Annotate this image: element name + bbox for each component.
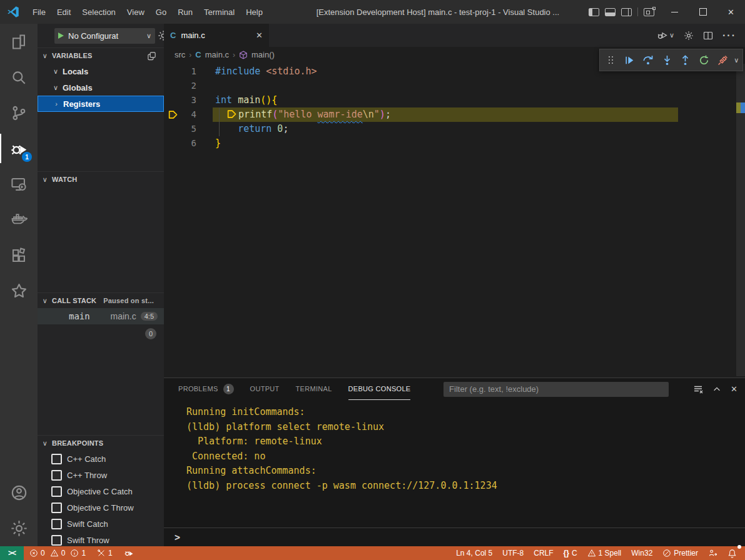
watch-header[interactable]: ∨ WATCH	[38, 172, 164, 187]
toggle-panel-icon[interactable]	[605, 8, 616, 16]
panel-tab-debug-console[interactable]: DEBUG CONSOLE	[348, 378, 411, 400]
debug-console-input[interactable]: >	[164, 528, 745, 546]
breadcrumb-folder[interactable]: src	[175, 50, 185, 59]
variables-item-locals[interactable]: ∨Locals	[38, 63, 164, 79]
search-icon[interactable]	[0, 59, 38, 95]
settings-gear-icon[interactable]	[0, 511, 38, 546]
menu-help[interactable]: Help	[240, 0, 268, 24]
menu-file[interactable]: File	[27, 0, 51, 24]
menu-run[interactable]: Run	[172, 0, 198, 24]
settings-gear-icon[interactable]	[684, 31, 694, 41]
menu-terminal[interactable]: Terminal	[198, 0, 240, 24]
variables-item-globals[interactable]: ∨Globals	[38, 79, 164, 96]
encoding-indicator[interactable]: UTF-8	[499, 546, 527, 560]
copy-value-icon[interactable]	[147, 51, 159, 61]
docker-icon[interactable]	[0, 202, 38, 238]
breakpoint-checkbox[interactable]	[51, 502, 62, 513]
disconnect-button[interactable]	[715, 52, 730, 68]
breakpoint-checkbox[interactable]	[51, 454, 62, 464]
variables-item-registers[interactable]: ›Registers	[38, 96, 164, 112]
breakpoint-item[interactable]: Objective C Catch	[38, 483, 164, 499]
gutter-breakpoint-margin[interactable]	[164, 64, 181, 79]
panel-tab-terminal[interactable]: TERMINAL	[296, 378, 332, 400]
spell-checker-status[interactable]: 1 Spell	[584, 546, 625, 560]
drag-grip-icon[interactable]	[604, 52, 619, 68]
ports-status[interactable]: 1	[94, 546, 116, 560]
split-editor-icon[interactable]	[703, 31, 713, 41]
source-control-icon[interactable]	[0, 95, 38, 131]
feedback-icon[interactable]	[705, 546, 721, 560]
breakpoint-checkbox[interactable]	[51, 519, 62, 529]
breadcrumb-file[interactable]: main.c	[205, 50, 229, 59]
maximize-button[interactable]	[689, 0, 717, 24]
close-panel-icon[interactable]: ✕	[731, 384, 737, 394]
more-debug-actions-icon[interactable]: ∨	[734, 56, 739, 64]
inline-breakpoint-icon[interactable]	[226, 109, 238, 119]
breakpoint-item[interactable]: Objective C Throw	[38, 499, 164, 516]
customize-layout-icon[interactable]	[644, 8, 654, 16]
code-area[interactable]: 1#include <stdio.h>23int main(){4 printf…	[164, 62, 745, 378]
menu-edit[interactable]: Edit	[51, 0, 76, 24]
title-bar: FileEditSelectionViewGoRunTerminalHelp […	[0, 0, 745, 24]
language-mode[interactable]: {} C	[560, 546, 580, 560]
platform-indicator[interactable]: Win32	[628, 546, 656, 560]
run-or-debug-button[interactable]: ∨	[657, 30, 674, 41]
breakpoints-header[interactable]: ∨ BREAKPOINTS	[38, 436, 164, 451]
gutter-breakpoint-margin[interactable]	[164, 122, 181, 136]
step-over-button[interactable]	[641, 52, 656, 68]
debug-status-icon[interactable]	[121, 546, 137, 560]
breadcrumb-symbol[interactable]: main()	[251, 50, 275, 59]
run-and-debug-icon[interactable]: 1	[0, 131, 38, 166]
remote-explorer-icon[interactable]	[0, 166, 38, 202]
menu-selection[interactable]: Selection	[76, 0, 121, 24]
code-line-3: 3int main(){	[164, 93, 745, 108]
step-out-button[interactable]	[678, 52, 693, 68]
minimize-button[interactable]	[661, 0, 689, 24]
breakpoint-checkbox[interactable]	[51, 486, 62, 497]
formatter-status[interactable]: Prettier	[659, 546, 701, 560]
maximize-panel-icon[interactable]	[712, 385, 721, 394]
menu-go[interactable]: Go	[150, 0, 172, 24]
clear-console-icon[interactable]	[693, 384, 703, 394]
toggle-secondary-sidebar-icon[interactable]	[621, 8, 632, 16]
close-button[interactable]: ✕	[717, 0, 745, 24]
tab-main-c[interactable]: C main.c ✕	[164, 24, 269, 47]
call-stack-header[interactable]: ∨ CALL STACK Paused on st...	[38, 293, 164, 308]
eol-indicator[interactable]: CRLF	[530, 546, 556, 560]
menu-view[interactable]: View	[121, 0, 150, 24]
stack-frame-row[interactable]: main main.c 4:5	[38, 308, 164, 324]
accounts-icon[interactable]	[0, 475, 38, 511]
panel-tab-problems[interactable]: PROBLEMS1	[178, 378, 234, 400]
launch-config-label: No Configurat	[68, 31, 118, 41]
restart-button[interactable]	[697, 52, 712, 68]
remote-icon: ><	[8, 549, 16, 558]
notifications-bell-icon[interactable]	[724, 546, 740, 560]
explorer-icon[interactable]	[0, 24, 38, 59]
open-launch-json-icon[interactable]	[155, 30, 164, 41]
cursor-position[interactable]: Ln 4, Col 5	[453, 546, 495, 560]
breakpoint-checkbox[interactable]	[51, 470, 62, 481]
breakpoint-checkbox[interactable]	[51, 535, 62, 546]
close-tab-icon[interactable]: ✕	[256, 31, 263, 40]
start-debug-icon[interactable]	[58, 32, 64, 39]
launch-config-dropdown[interactable]: No Configurat ∨	[54, 28, 155, 44]
breakpoint-item[interactable]: C++ Catch	[38, 451, 164, 467]
star-icon[interactable]	[0, 273, 38, 309]
continue-button[interactable]	[622, 52, 637, 68]
panel-tab-output[interactable]: OUTPUT	[250, 378, 280, 400]
gutter-breakpoint-margin[interactable]	[164, 136, 181, 151]
problems-status[interactable]: 0 0 1	[26, 546, 89, 560]
breakpoint-item[interactable]: Swift Catch	[38, 516, 164, 532]
toggle-sidebar-icon[interactable]	[589, 8, 599, 16]
more-actions-icon[interactable]: ···	[722, 30, 736, 41]
breakpoint-item[interactable]: C++ Throw	[38, 467, 164, 483]
variables-header[interactable]: ∨ VARIABLES	[38, 48, 164, 63]
extensions-icon[interactable]	[0, 238, 38, 273]
gutter-breakpoint-margin[interactable]	[164, 79, 181, 93]
console-filter-input[interactable]	[443, 382, 669, 397]
breakpoint-item[interactable]: Swift Throw	[38, 532, 164, 546]
step-into-button[interactable]	[659, 52, 674, 68]
paused-breakpoint-icon[interactable]	[164, 108, 181, 122]
gutter-breakpoint-margin[interactable]	[164, 93, 181, 108]
remote-indicator[interactable]: ><	[0, 546, 24, 560]
